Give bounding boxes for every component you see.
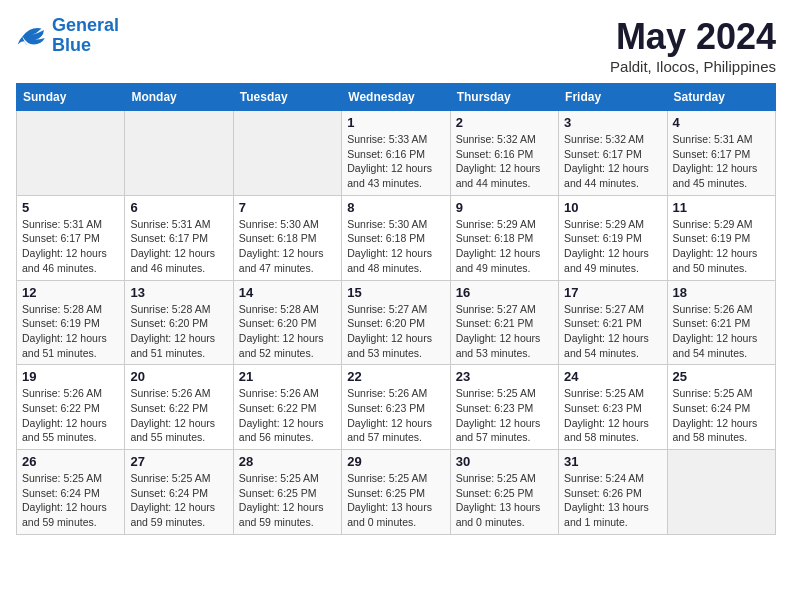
page-header: General Blue May 2024 Paldit, Ilocos, Ph…: [16, 16, 776, 75]
calendar-cell: 9Sunrise: 5:29 AM Sunset: 6:18 PM Daylig…: [450, 195, 558, 280]
logo-text: General Blue: [52, 16, 119, 56]
calendar-cell: 3Sunrise: 5:32 AM Sunset: 6:17 PM Daylig…: [559, 111, 667, 196]
title-block: May 2024 Paldit, Ilocos, Philippines: [610, 16, 776, 75]
day-number: 17: [564, 285, 661, 300]
day-info: Sunrise: 5:27 AM Sunset: 6:21 PM Dayligh…: [456, 302, 553, 361]
day-number: 15: [347, 285, 444, 300]
day-number: 3: [564, 115, 661, 130]
calendar-cell: 10Sunrise: 5:29 AM Sunset: 6:19 PM Dayli…: [559, 195, 667, 280]
calendar-cell: 11Sunrise: 5:29 AM Sunset: 6:19 PM Dayli…: [667, 195, 775, 280]
weekday-header-monday: Monday: [125, 84, 233, 111]
day-number: 10: [564, 200, 661, 215]
day-number: 23: [456, 369, 553, 384]
day-number: 1: [347, 115, 444, 130]
day-info: Sunrise: 5:27 AM Sunset: 6:21 PM Dayligh…: [564, 302, 661, 361]
day-number: 4: [673, 115, 770, 130]
calendar-cell: 21Sunrise: 5:26 AM Sunset: 6:22 PM Dayli…: [233, 365, 341, 450]
calendar-cell: [667, 450, 775, 535]
calendar-table: SundayMondayTuesdayWednesdayThursdayFrid…: [16, 83, 776, 535]
day-info: Sunrise: 5:26 AM Sunset: 6:22 PM Dayligh…: [130, 386, 227, 445]
logo-general: General: [52, 15, 119, 35]
day-number: 5: [22, 200, 119, 215]
calendar-cell: 23Sunrise: 5:25 AM Sunset: 6:23 PM Dayli…: [450, 365, 558, 450]
calendar-cell: 14Sunrise: 5:28 AM Sunset: 6:20 PM Dayli…: [233, 280, 341, 365]
day-info: Sunrise: 5:31 AM Sunset: 6:17 PM Dayligh…: [673, 132, 770, 191]
day-number: 9: [456, 200, 553, 215]
calendar-cell: 16Sunrise: 5:27 AM Sunset: 6:21 PM Dayli…: [450, 280, 558, 365]
day-number: 18: [673, 285, 770, 300]
month-title: May 2024: [610, 16, 776, 58]
calendar-cell: [125, 111, 233, 196]
calendar-week-4: 19Sunrise: 5:26 AM Sunset: 6:22 PM Dayli…: [17, 365, 776, 450]
day-info: Sunrise: 5:25 AM Sunset: 6:24 PM Dayligh…: [130, 471, 227, 530]
day-info: Sunrise: 5:25 AM Sunset: 6:25 PM Dayligh…: [239, 471, 336, 530]
calendar-cell: 13Sunrise: 5:28 AM Sunset: 6:20 PM Dayli…: [125, 280, 233, 365]
day-number: 25: [673, 369, 770, 384]
day-number: 20: [130, 369, 227, 384]
day-number: 21: [239, 369, 336, 384]
calendar-cell: 25Sunrise: 5:25 AM Sunset: 6:24 PM Dayli…: [667, 365, 775, 450]
calendar-cell: 18Sunrise: 5:26 AM Sunset: 6:21 PM Dayli…: [667, 280, 775, 365]
day-number: 6: [130, 200, 227, 215]
calendar-cell: 31Sunrise: 5:24 AM Sunset: 6:26 PM Dayli…: [559, 450, 667, 535]
day-info: Sunrise: 5:25 AM Sunset: 6:24 PM Dayligh…: [22, 471, 119, 530]
day-info: Sunrise: 5:32 AM Sunset: 6:17 PM Dayligh…: [564, 132, 661, 191]
calendar-cell: 30Sunrise: 5:25 AM Sunset: 6:25 PM Dayli…: [450, 450, 558, 535]
calendar-cell: [233, 111, 341, 196]
day-number: 19: [22, 369, 119, 384]
calendar-cell: 17Sunrise: 5:27 AM Sunset: 6:21 PM Dayli…: [559, 280, 667, 365]
day-info: Sunrise: 5:25 AM Sunset: 6:24 PM Dayligh…: [673, 386, 770, 445]
day-number: 11: [673, 200, 770, 215]
weekday-header-saturday: Saturday: [667, 84, 775, 111]
day-info: Sunrise: 5:27 AM Sunset: 6:20 PM Dayligh…: [347, 302, 444, 361]
calendar-cell: 27Sunrise: 5:25 AM Sunset: 6:24 PM Dayli…: [125, 450, 233, 535]
day-number: 16: [456, 285, 553, 300]
day-number: 29: [347, 454, 444, 469]
calendar-cell: 12Sunrise: 5:28 AM Sunset: 6:19 PM Dayli…: [17, 280, 125, 365]
day-number: 31: [564, 454, 661, 469]
calendar-cell: 29Sunrise: 5:25 AM Sunset: 6:25 PM Dayli…: [342, 450, 450, 535]
logo-blue: Blue: [52, 35, 91, 55]
calendar-cell: 6Sunrise: 5:31 AM Sunset: 6:17 PM Daylig…: [125, 195, 233, 280]
day-info: Sunrise: 5:26 AM Sunset: 6:22 PM Dayligh…: [22, 386, 119, 445]
day-number: 12: [22, 285, 119, 300]
calendar-week-1: 1Sunrise: 5:33 AM Sunset: 6:16 PM Daylig…: [17, 111, 776, 196]
day-number: 7: [239, 200, 336, 215]
day-number: 2: [456, 115, 553, 130]
day-info: Sunrise: 5:30 AM Sunset: 6:18 PM Dayligh…: [239, 217, 336, 276]
day-number: 24: [564, 369, 661, 384]
calendar-cell: 19Sunrise: 5:26 AM Sunset: 6:22 PM Dayli…: [17, 365, 125, 450]
calendar-cell: 28Sunrise: 5:25 AM Sunset: 6:25 PM Dayli…: [233, 450, 341, 535]
calendar-cell: 7Sunrise: 5:30 AM Sunset: 6:18 PM Daylig…: [233, 195, 341, 280]
day-info: Sunrise: 5:25 AM Sunset: 6:25 PM Dayligh…: [347, 471, 444, 530]
logo-icon: [16, 22, 48, 50]
location-subtitle: Paldit, Ilocos, Philippines: [610, 58, 776, 75]
weekday-header-thursday: Thursday: [450, 84, 558, 111]
day-info: Sunrise: 5:25 AM Sunset: 6:23 PM Dayligh…: [564, 386, 661, 445]
day-info: Sunrise: 5:25 AM Sunset: 6:25 PM Dayligh…: [456, 471, 553, 530]
day-number: 13: [130, 285, 227, 300]
day-info: Sunrise: 5:26 AM Sunset: 6:22 PM Dayligh…: [239, 386, 336, 445]
day-number: 30: [456, 454, 553, 469]
day-info: Sunrise: 5:26 AM Sunset: 6:21 PM Dayligh…: [673, 302, 770, 361]
calendar-cell: [17, 111, 125, 196]
day-info: Sunrise: 5:29 AM Sunset: 6:19 PM Dayligh…: [564, 217, 661, 276]
calendar-cell: 5Sunrise: 5:31 AM Sunset: 6:17 PM Daylig…: [17, 195, 125, 280]
day-number: 28: [239, 454, 336, 469]
weekday-header-tuesday: Tuesday: [233, 84, 341, 111]
calendar-cell: 22Sunrise: 5:26 AM Sunset: 6:23 PM Dayli…: [342, 365, 450, 450]
calendar-cell: 20Sunrise: 5:26 AM Sunset: 6:22 PM Dayli…: [125, 365, 233, 450]
day-info: Sunrise: 5:29 AM Sunset: 6:18 PM Dayligh…: [456, 217, 553, 276]
day-number: 26: [22, 454, 119, 469]
weekday-header-sunday: Sunday: [17, 84, 125, 111]
day-number: 14: [239, 285, 336, 300]
calendar-cell: 2Sunrise: 5:32 AM Sunset: 6:16 PM Daylig…: [450, 111, 558, 196]
weekday-header-friday: Friday: [559, 84, 667, 111]
logo: General Blue: [16, 16, 119, 56]
calendar-week-3: 12Sunrise: 5:28 AM Sunset: 6:19 PM Dayli…: [17, 280, 776, 365]
day-info: Sunrise: 5:33 AM Sunset: 6:16 PM Dayligh…: [347, 132, 444, 191]
calendar-header-row: SundayMondayTuesdayWednesdayThursdayFrid…: [17, 84, 776, 111]
day-number: 8: [347, 200, 444, 215]
calendar-week-5: 26Sunrise: 5:25 AM Sunset: 6:24 PM Dayli…: [17, 450, 776, 535]
day-info: Sunrise: 5:30 AM Sunset: 6:18 PM Dayligh…: [347, 217, 444, 276]
